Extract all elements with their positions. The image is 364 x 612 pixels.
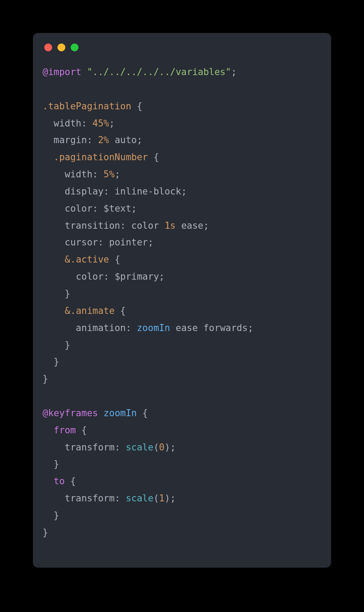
brace-close: } xyxy=(65,288,71,299)
prop-color: color xyxy=(65,203,93,214)
import-path: "../../../../../variables" xyxy=(87,67,231,77)
value-0: 0 xyxy=(159,442,165,453)
colon: : xyxy=(114,442,120,453)
colon: : xyxy=(120,220,126,231)
selector-paginationNumber: .paginationNumber xyxy=(54,152,148,162)
semicolon: ; xyxy=(170,442,176,453)
colon: : xyxy=(98,237,103,248)
brace-open: { xyxy=(82,425,87,436)
brace-close: } xyxy=(43,527,48,538)
semicolon: ; xyxy=(114,169,120,180)
prop-animation: animation xyxy=(76,323,126,333)
paren-close: ) xyxy=(164,442,170,453)
minimize-icon[interactable] xyxy=(57,43,65,51)
semicolon: ; xyxy=(231,67,237,77)
value-inline-block: inline-block xyxy=(114,186,181,197)
keyword-from: from xyxy=(54,425,76,436)
brace-open: { xyxy=(70,476,76,486)
selector-animate: .animate xyxy=(70,306,114,316)
value-2pct: 2% xyxy=(98,135,109,145)
value-color: color xyxy=(131,220,159,231)
semicolon: ; xyxy=(170,493,176,504)
value-auto: auto xyxy=(114,135,137,145)
close-icon[interactable] xyxy=(44,43,52,51)
value-1: 1 xyxy=(159,493,165,504)
colon: : xyxy=(126,323,132,333)
prop-transform: transform xyxy=(65,493,115,504)
colon: : xyxy=(103,271,109,282)
prop-transform: transform xyxy=(65,442,115,453)
semicolon: ; xyxy=(109,118,115,129)
code-window: @import "../../../../../variables"; .tab… xyxy=(33,33,331,568)
prop-width: width xyxy=(65,169,93,180)
brace-open: { xyxy=(137,101,143,112)
keyword-import: @import xyxy=(43,67,82,77)
colon: : xyxy=(87,135,93,145)
paren-open: ( xyxy=(153,442,159,453)
colon: : xyxy=(114,493,120,504)
zoom-icon[interactable] xyxy=(71,43,79,51)
brace-open: { xyxy=(120,306,126,316)
colon: : xyxy=(93,203,98,214)
brace-open: { xyxy=(114,254,120,265)
prop-cursor: cursor xyxy=(65,237,98,248)
value-45pct: 45% xyxy=(93,118,109,129)
code-block: @import "../../../../../variables"; .tab… xyxy=(43,64,321,541)
brace-open: { xyxy=(143,408,148,418)
var-text: $text xyxy=(103,203,131,214)
value-ease: ease xyxy=(175,323,198,333)
value-5pct: 5% xyxy=(103,169,114,180)
semicolon: ; xyxy=(181,186,187,197)
semicolon: ; xyxy=(203,220,209,231)
semicolon: ; xyxy=(148,237,153,248)
var-primary: $primary xyxy=(114,271,159,282)
brace-close: } xyxy=(65,340,71,350)
brace-open: { xyxy=(153,152,159,162)
selector-tablePagination: .tablePagination xyxy=(43,101,131,112)
brace-close: } xyxy=(54,356,59,367)
prop-color: color xyxy=(76,271,103,282)
semicolon: ; xyxy=(137,135,143,145)
paren-open: ( xyxy=(153,493,159,504)
keyword-to: to xyxy=(54,476,64,486)
semicolon: ; xyxy=(248,323,253,333)
selector-active: .active xyxy=(70,254,109,265)
value-zoomIn: zoomIn xyxy=(137,323,170,333)
value-pointer: pointer xyxy=(109,237,148,248)
fn-scale: scale xyxy=(126,442,153,453)
keyword-keyframes: @keyframes xyxy=(43,408,98,418)
colon: : xyxy=(103,186,109,197)
brace-close: } xyxy=(54,459,59,469)
ampersand: & xyxy=(65,254,71,265)
paren-close: ) xyxy=(164,493,170,504)
prop-display: display xyxy=(65,186,104,197)
semicolon: ; xyxy=(131,203,137,214)
colon: : xyxy=(93,169,98,180)
window-titlebar xyxy=(44,43,321,51)
value-forwards: forwards xyxy=(203,323,248,333)
semicolon: ; xyxy=(159,271,165,282)
prop-margin: margin xyxy=(54,135,87,145)
ampersand: & xyxy=(65,306,71,316)
fn-scale: scale xyxy=(126,493,153,504)
colon: : xyxy=(82,118,87,129)
value-1s: 1s xyxy=(164,220,175,231)
brace-close: } xyxy=(54,510,59,521)
value-ease: ease xyxy=(181,220,203,231)
prop-transition: transition xyxy=(65,220,120,231)
prop-width: width xyxy=(54,118,81,129)
brace-close: } xyxy=(43,374,48,384)
keyframes-name: zoomIn xyxy=(103,408,137,418)
